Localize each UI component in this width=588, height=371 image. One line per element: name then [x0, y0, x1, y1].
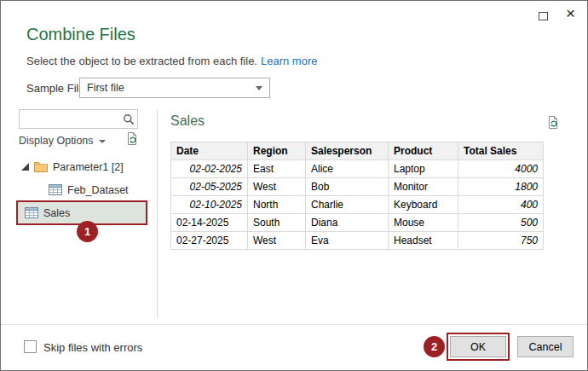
table-cell: West	[248, 178, 306, 196]
expand-triangle-icon[interactable]	[21, 163, 29, 171]
table-cell: Charlie	[306, 196, 389, 214]
table-cell: Headset	[389, 232, 458, 250]
tree-item-feb-dataset[interactable]: Feb_Dataset	[18, 179, 146, 200]
search-box	[19, 109, 138, 129]
dialog-subtitle: Select the object to be extracted from e…	[26, 55, 317, 67]
search-icon[interactable]	[120, 113, 137, 125]
table-cell: 02-05-2025	[171, 178, 248, 196]
combine-files-dialog: × Combine Files Select the object to be …	[0, 0, 588, 371]
learn-more-link[interactable]: Learn more	[261, 55, 317, 67]
table-cell: North	[248, 196, 306, 214]
table-icon	[49, 184, 62, 195]
table-row: 02-14-2025SouthDianaMouse500	[171, 214, 544, 232]
tree-item-label: Feb_Dataset	[67, 184, 129, 196]
column-header: Date	[171, 142, 248, 160]
table-cell: Keyboard	[389, 196, 458, 214]
step-2-badge: 2	[424, 336, 445, 357]
table-cell: East	[248, 160, 306, 178]
table-cell: Bob	[306, 178, 389, 196]
table-row: 02-10-2025NorthCharlieKeyboard400	[171, 196, 544, 214]
preview-table-head-row: DateRegionSalespersonProductTotal Sales	[171, 142, 544, 160]
table-cell: 02-14-2025	[171, 214, 248, 232]
folder-icon	[34, 161, 48, 172]
tree-item-label: Sales	[43, 207, 70, 219]
skip-errors-label: Skip files with errors	[43, 341, 142, 354]
table-row: 02-02-2025EastAliceLaptop4000	[171, 160, 544, 178]
ok-button[interactable]: OK	[450, 336, 506, 357]
table-row: 02-27-2025WestEvaHeadset750	[171, 232, 544, 250]
table-icon	[25, 207, 38, 218]
sample-file-value: First file	[87, 82, 124, 94]
page-title: Combine Files	[26, 25, 135, 44]
table-row: 02-05-2025WestBobMonitor1800	[171, 178, 544, 196]
column-header: Total Sales	[458, 142, 544, 160]
table-cell: 750	[458, 232, 544, 250]
table-cell: Alice	[306, 160, 389, 178]
search-input[interactable]	[20, 113, 120, 125]
refresh-preview-icon[interactable]	[546, 115, 561, 133]
skip-errors-checkbox[interactable]	[24, 340, 37, 353]
object-tree: Parameter1 [2]Feb_DatasetSales	[18, 156, 146, 225]
column-header: Product	[389, 142, 458, 160]
table-cell: Monitor	[389, 178, 458, 196]
table-cell: 400	[458, 196, 544, 214]
table-cell: 1800	[458, 178, 544, 196]
refresh-preview-icon[interactable]	[125, 131, 140, 149]
footer-divider	[1, 324, 588, 325]
table-cell: Laptop	[389, 160, 458, 178]
cancel-button[interactable]: Cancel	[517, 336, 574, 357]
sample-file-dropdown[interactable]: First file	[79, 78, 270, 98]
table-cell: 02-27-2025	[171, 232, 248, 250]
step-1-badge: 1	[77, 221, 98, 242]
display-options-label: Display Options	[19, 135, 94, 147]
display-options-dropdown[interactable]: Display Options	[19, 135, 106, 147]
panel-divider	[157, 109, 158, 318]
table-cell: Diana	[306, 214, 389, 232]
table-cell: Mouse	[389, 214, 458, 232]
table-cell: 500	[458, 214, 544, 232]
tree-item-parameter1-2[interactable]: Parameter1 [2]	[18, 156, 146, 177]
table-cell: Eva	[306, 232, 389, 250]
chevron-down-icon	[256, 86, 262, 90]
table-cell: South	[248, 214, 306, 232]
column-header: Salesperson	[306, 142, 389, 160]
tree-item-label: Parameter1 [2]	[53, 161, 124, 173]
subtitle-text: Select the object to be extracted from e…	[26, 55, 257, 67]
preview-title: Sales	[170, 113, 205, 129]
preview-table: DateRegionSalespersonProductTotal Sales …	[170, 142, 544, 250]
table-cell: 02-02-2025	[171, 160, 248, 178]
preview-table-body: 02-02-2025EastAliceLaptop400002-05-2025W…	[171, 160, 544, 250]
ok-annotation-box: OK	[447, 333, 510, 361]
table-cell: 4000	[458, 160, 544, 178]
column-header: Region	[248, 142, 306, 160]
close-icon[interactable]: ×	[566, 5, 575, 21]
restore-window-icon[interactable]	[539, 12, 548, 20]
tree-item-sales[interactable]: Sales	[18, 202, 146, 223]
table-cell: 02-10-2025	[171, 196, 248, 214]
table-cell: West	[248, 232, 306, 250]
chevron-down-icon	[99, 140, 106, 143]
